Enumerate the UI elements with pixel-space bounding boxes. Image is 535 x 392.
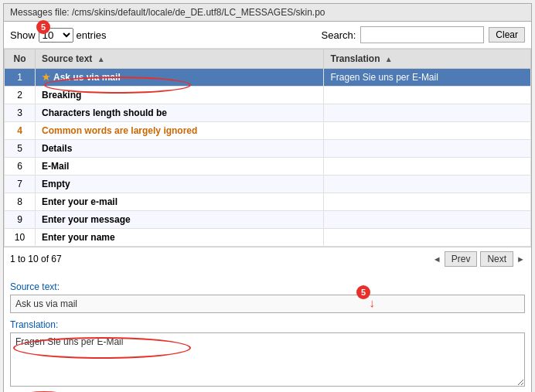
prev-arrow: ◄: [433, 254, 441, 264]
table-row-translation: [324, 87, 531, 104]
table-row-source[interactable]: Details: [36, 140, 324, 158]
next-button[interactable]: Next: [480, 251, 513, 267]
table-row-translation: [324, 140, 531, 158]
table-row-source[interactable]: Enter your message: [36, 211, 324, 229]
table-row-no: 6: [5, 158, 36, 176]
entries-label: entries: [77, 29, 107, 41]
table-row-translation: [324, 211, 531, 229]
table-row-source[interactable]: Common words are largely ignored: [36, 122, 324, 140]
table-row-no: 2: [5, 87, 36, 104]
table-row-source[interactable]: Breaking: [36, 87, 324, 104]
table-row-no: 9: [5, 211, 36, 229]
table-row-source[interactable]: Enter your e-mail: [36, 193, 324, 211]
badge-5-annotation: 5: [36, 20, 50, 34]
table-row-no: 7: [5, 176, 36, 193]
translation-label: Translation:: [10, 319, 525, 330]
table-row-source[interactable]: E-Mail: [36, 158, 324, 176]
star-icon: ★: [42, 72, 50, 83]
table-row-no: 5: [5, 140, 36, 158]
edit-section: Source text: 5 ↓ Translation: Save Cance…: [4, 271, 531, 392]
pagination-info: 1 to 10 of 67: [10, 254, 62, 264]
source-wrapper: 5 ↓: [10, 295, 525, 313]
search-label: Search:: [322, 29, 356, 41]
search-row: Search: Clear: [322, 26, 526, 43]
arrow-down-edit: ↓: [370, 296, 376, 309]
sort-arrow: ▲: [97, 55, 105, 63]
sort-arrow-2: ▲: [385, 55, 393, 63]
col-no: No: [5, 49, 36, 69]
clear-button[interactable]: Clear: [489, 27, 525, 43]
pagination-row: 1 to 10 of 67 ◄ Prev Next ►: [4, 247, 531, 271]
col-source[interactable]: Source text ▲: [36, 49, 324, 69]
table-row-no: 1: [5, 69, 36, 87]
table-row-no: 8: [5, 193, 36, 211]
table-row-translation: [324, 176, 531, 193]
table-row-translation: [324, 158, 531, 176]
table-row-source[interactable]: Empty: [36, 176, 324, 193]
table-row-no: 10: [5, 229, 36, 247]
pagination-buttons: ◄ Prev Next ►: [433, 251, 525, 267]
messages-table: No Source text ▲ Translation ▲ 1★Ask us …: [4, 49, 531, 247]
prev-button[interactable]: Prev: [445, 251, 478, 267]
badge-5-edit: 5: [356, 285, 370, 299]
table-row-translation: [324, 229, 531, 247]
table-row-no: 3: [5, 104, 36, 122]
table-wrapper: No Source text ▲ Translation ▲ 1★Ask us …: [4, 49, 531, 247]
next-arrow: ►: [516, 254, 525, 264]
table-row-translation: [324, 104, 531, 122]
table-row-translation: Fragen Sie uns per E-Mail: [324, 69, 531, 87]
file-path-label: Messages file: /cms/skins/default/locale…: [10, 7, 325, 18]
col-translation[interactable]: Translation ▲: [324, 49, 531, 69]
table-row-translation: [324, 122, 531, 140]
translation-textarea[interactable]: [10, 332, 525, 387]
show-label: Show: [10, 29, 36, 41]
table-row-translation: [324, 193, 531, 211]
table-row-source[interactable]: ★Ask us via mail: [36, 69, 324, 87]
controls-row: Show 10 25 50 100 entries 5 Search: Clea…: [4, 22, 531, 49]
table-row-no: 4: [5, 122, 36, 140]
main-container: Messages file: /cms/skins/default/locale…: [3, 3, 532, 392]
translation-wrapper: [10, 332, 525, 389]
table-row-source[interactable]: Characters length should be: [36, 104, 324, 122]
file-header: Messages file: /cms/skins/default/locale…: [4, 4, 531, 22]
search-input[interactable]: [360, 26, 484, 43]
source-label: Source text:: [10, 281, 525, 292]
table-row-source[interactable]: Enter your name: [36, 229, 324, 247]
source-text-input[interactable]: [10, 295, 525, 313]
